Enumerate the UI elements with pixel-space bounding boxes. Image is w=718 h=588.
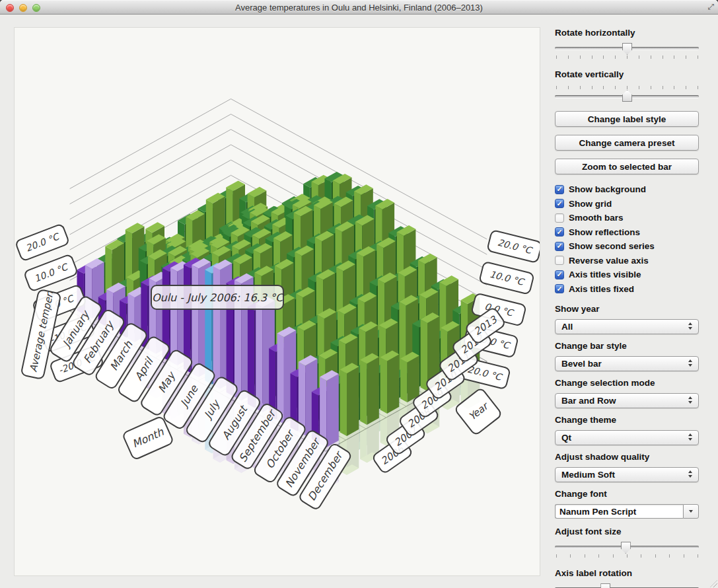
value-axis-label-left: 10.0 °C xyxy=(24,254,78,291)
stepper-arrows-icon xyxy=(688,396,693,404)
select-label: Adjust shadow quality xyxy=(555,452,699,463)
value-axis-label-right: 10.0 °C xyxy=(479,262,534,295)
window-titlebar: Average temperatures in Oulu and Helsink… xyxy=(0,0,718,15)
selected-value: All xyxy=(561,322,573,332)
select-change-bar-style[interactable]: Bevel bar xyxy=(555,356,699,371)
stepper-arrows-icon xyxy=(688,433,693,441)
checkbox-unchecked-icon[interactable] xyxy=(555,213,564,223)
checkbox-reverse-value-axis[interactable]: Reverse value axis xyxy=(555,254,699,268)
window-resize-grip[interactable] xyxy=(710,580,717,587)
selection-tooltip: Oulu - July 2006: 16.3 °C xyxy=(151,285,284,310)
select-change-theme[interactable]: Qt xyxy=(555,430,699,445)
app-window: Average temperatures in Oulu and Helsink… xyxy=(0,0,718,588)
checkbox-unchecked-icon[interactable] xyxy=(555,256,564,265)
font-size-slider[interactable] xyxy=(555,542,699,559)
slider-thumb[interactable] xyxy=(622,43,632,55)
fullscreen-icon[interactable]: ⤢ xyxy=(707,2,714,11)
rotate-horizontal-label: Rotate horizontally xyxy=(555,28,699,39)
slider-ticks xyxy=(556,86,698,89)
select-group-change-selection-mode: Change selection modeBar and Row xyxy=(555,378,699,408)
checkbox-label: Axis titles fixed xyxy=(569,284,634,294)
checkbox-label: Show grid xyxy=(569,199,612,209)
stepper-arrows-icon xyxy=(688,470,693,478)
bar-helsinki-2006-december[interactable] xyxy=(320,370,339,447)
button-change-camera-preset[interactable]: Change camera preset xyxy=(555,135,699,151)
rotate-vertical-group: Rotate vertically xyxy=(555,69,699,102)
bar-helsinki-2008-december[interactable] xyxy=(360,353,379,425)
checkbox-show-second-series[interactable]: ✓Show second series xyxy=(555,239,699,254)
select-label: Change bar style xyxy=(555,341,699,352)
checkbox-show-reflections[interactable]: ✓Show reflections xyxy=(555,225,699,240)
slider-ticks xyxy=(556,554,698,558)
checkbox-label: Show reflections xyxy=(569,227,640,237)
stepper-arrows-icon xyxy=(688,359,693,367)
font-size-group: Adjust font size xyxy=(555,527,699,559)
selected-value: Medium Soft xyxy=(561,470,615,480)
font-size-label: Adjust font size xyxy=(555,527,699,538)
rotate-vertical-label: Rotate vertically xyxy=(555,69,699,81)
font-dropdown-button[interactable] xyxy=(683,504,699,519)
font-combobox[interactable]: Nanum Pen Script xyxy=(555,504,699,519)
change-font-group: Change font Nanum Pen Script xyxy=(555,489,699,519)
select-group-show-year: Show yearAll xyxy=(555,304,699,334)
checkbox-label: Smooth bars xyxy=(569,213,624,223)
select-label: Change theme xyxy=(555,415,699,426)
change-font-label: Change font xyxy=(555,489,699,500)
button-zoom-to-selected-bar[interactable]: Zoom to selected bar xyxy=(555,159,699,174)
checkbox-axis-titles-fixed[interactable]: ✓Axis titles fixed xyxy=(555,282,699,297)
value-axis-label-right: 20.0 °C xyxy=(487,230,540,263)
checkbox-checked-icon[interactable]: ✓ xyxy=(555,199,564,208)
select-group-change-bar-style: Change bar styleBevel bar xyxy=(555,341,699,371)
select-label: Show year xyxy=(555,304,699,315)
rotate-vertical-slider[interactable] xyxy=(555,85,699,102)
slider-thumb[interactable] xyxy=(621,542,631,554)
select-show-year[interactable]: All xyxy=(555,319,699,334)
selected-value: Qt xyxy=(561,433,571,443)
select-adjust-shadow-quality[interactable]: Medium Soft xyxy=(555,467,699,482)
bar-helsinki-2010-december[interactable] xyxy=(400,352,419,403)
checkbox-label: Show background xyxy=(569,184,646,194)
checkbox-label: Axis titles visible xyxy=(569,270,641,279)
button-change-label-style[interactable]: Change label style xyxy=(555,111,699,127)
checkbox-axis-titles-visible[interactable]: ✓Axis titles visible xyxy=(555,268,699,282)
select-change-selection-mode[interactable]: Bar and Row xyxy=(555,393,699,408)
font-value[interactable]: Nanum Pen Script xyxy=(555,504,683,519)
checkbox-label: Reverse value axis xyxy=(569,256,649,266)
select-label: Change selection mode xyxy=(555,378,699,389)
window-title: Average temperatures in Oulu and Helsink… xyxy=(0,1,718,15)
select-group-adjust-shadow-quality: Adjust shadow qualityMedium Soft xyxy=(555,452,699,482)
checkbox-checked-icon[interactable]: ✓ xyxy=(555,270,564,279)
control-panel: Rotate horizontally Rotate vertically Ch… xyxy=(555,15,699,588)
slider-ticks xyxy=(556,55,698,59)
selected-value: Bar and Row xyxy=(561,396,616,406)
select-group-change-theme: Change themeQt xyxy=(555,415,699,445)
stepper-arrows-icon xyxy=(688,322,693,330)
checkbox-smooth-bars[interactable]: Smooth bars xyxy=(555,211,699,225)
month-axis-title: Month xyxy=(122,416,174,460)
selected-value: Bevel bar xyxy=(561,359,602,369)
bar-helsinki-2009-december[interactable] xyxy=(380,351,400,414)
rotate-horizontal-group: Rotate horizontally xyxy=(555,28,699,60)
checkbox-checked-icon[interactable]: ✓ xyxy=(555,185,564,194)
checkbox-checked-icon[interactable]: ✓ xyxy=(555,242,564,251)
checkbox-checked-icon[interactable]: ✓ xyxy=(555,284,564,293)
slider-thumb[interactable] xyxy=(600,583,610,588)
checkbox-show-background[interactable]: ✓Show background xyxy=(555,182,699,197)
axis-label-rotation-slider[interactable] xyxy=(555,583,699,588)
axis-rotation-label: Axis label rotation xyxy=(555,568,699,579)
checkbox-label: Show second series xyxy=(569,241,655,251)
bar-helsinki-2007-december[interactable] xyxy=(340,363,359,436)
slider-thumb[interactable] xyxy=(622,90,632,102)
checkbox-show-grid[interactable]: ✓Show grid xyxy=(555,197,699,211)
value-axis-label-left: 20.0 °C xyxy=(15,223,69,261)
axis-rotation-group: Axis label rotation xyxy=(555,568,699,588)
rotate-horizontal-slider[interactable] xyxy=(555,43,699,60)
checkbox-checked-icon[interactable]: ✓ xyxy=(555,227,564,237)
chevron-down-icon xyxy=(689,510,693,513)
chart-3d-view[interactable]: 20.0 °C10.0 °C0.0 °C-10.0 °C-20.0 °C20.0… xyxy=(14,27,540,576)
